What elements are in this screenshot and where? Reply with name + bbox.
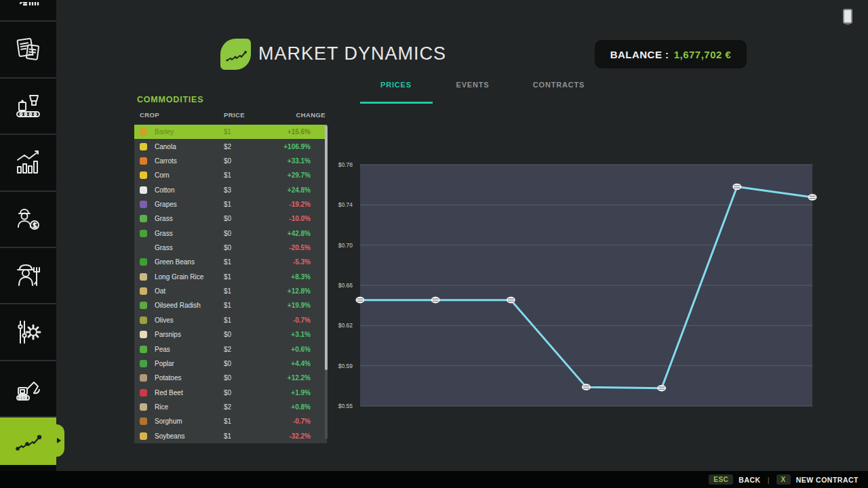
sidebar-item-documents[interactable]	[0, 20, 56, 77]
commodity-row[interactable]: Corn$1+29.7%	[134, 168, 327, 182]
commodity-change: -0.7%	[293, 317, 311, 324]
y-axis-tick-label: $0.70	[338, 242, 353, 249]
commodity-change: +8.3%	[291, 273, 311, 281]
market-dynamics-screen: MARKET DYNAMICS BALANCE : 1,677,702 € PR…	[0, 0, 868, 488]
poplar-icon	[140, 360, 147, 367]
market-dynamics-icon	[13, 428, 44, 455]
commodity-row[interactable]: Carrots$0+33.1%	[134, 154, 327, 168]
price-point-marker	[657, 385, 666, 392]
commodity-change: +12.8%	[288, 287, 311, 295]
commodity-name: Parsnips	[155, 331, 291, 338]
commodity-price: $1	[224, 418, 231, 425]
commodity-row[interactable]: Rice$2+0.8%	[134, 400, 327, 414]
commodity-row[interactable]: Parsnips$0+3.1%	[134, 327, 327, 342]
sidebar-item-construction[interactable]	[0, 360, 56, 416]
farmer-money-icon	[14, 205, 43, 235]
carrots-icon	[140, 157, 147, 165]
sidebar-item-finances[interactable]	[0, 0, 56, 20]
sidebar-item-market-dynamics[interactable]	[0, 416, 56, 465]
soybeans-icon	[140, 432, 147, 440]
cotton-icon	[140, 186, 147, 194]
commodity-row[interactable]: Long Grain Rice$1+8.3%	[134, 270, 327, 284]
tab-events[interactable]: EVENTS	[456, 81, 490, 89]
footer-bar: ESC BACK | X NEW CONTRACT	[0, 471, 868, 488]
corn-icon	[140, 171, 147, 179]
commodity-row[interactable]: Grass$0+42.8%	[134, 226, 327, 241]
commodity-price: $1	[224, 258, 231, 266]
commodity-row[interactable]: Grapes$1-19.2%	[134, 197, 327, 211]
commodity-price: $2	[224, 143, 231, 150]
esc-key-badge: ESC	[709, 474, 733, 485]
commodity-row[interactable]: Green Beans$1-5.3%	[134, 255, 327, 269]
commodity-price: $2	[224, 403, 231, 411]
sidebar-item-statistics[interactable]	[0, 134, 56, 190]
commodity-row[interactable]: Poplar$0+4.4%	[134, 357, 327, 371]
canola-icon	[140, 143, 147, 150]
commodity-change: +42.8%	[288, 230, 311, 237]
commodity-change: +0.6%	[291, 346, 311, 353]
excavator-icon	[14, 374, 43, 404]
commodity-row[interactable]: Red Beet$0+1.9%	[134, 385, 327, 399]
commodity-row[interactable]: Barley$1+15.6%	[134, 125, 327, 139]
commodity-change: -0.7%	[293, 418, 311, 425]
commodity-row[interactable]: Cotton$3+24.8%	[134, 182, 327, 197]
commodity-row[interactable]: Potatoes$0+12.2%	[134, 371, 327, 385]
commodity-name: Cotton	[155, 186, 288, 194]
sidebar-item-farmhands[interactable]	[0, 247, 56, 303]
commodity-row[interactable]: Grass$0-10.0%	[134, 211, 327, 226]
commodity-row[interactable]: Canola$2+106.9%	[134, 139, 327, 153]
sidebar-item-sales[interactable]	[0, 190, 56, 247]
trend-logo-icon	[224, 44, 248, 64]
commodity-change: +3.1%	[291, 331, 311, 338]
price-point-marker	[507, 297, 515, 304]
commodity-row[interactable]: Olives$1-0.7%	[134, 313, 327, 327]
tab-prices[interactable]: PRICES	[380, 81, 412, 89]
commodity-price: $1	[224, 287, 231, 295]
column-header-change: CHANGE	[296, 111, 326, 119]
y-axis-tick-label: $0.78	[338, 161, 353, 168]
balance-value: 1,677,702 €	[674, 49, 732, 60]
commodity-change: -10.0%	[289, 215, 311, 222]
commodity-row[interactable]: Sorghum$1-0.7%	[134, 414, 327, 428]
new-contract-label: NEW CONTRACT	[796, 476, 859, 484]
price-point-marker	[431, 297, 440, 304]
new-contract-hint[interactable]: X NEW CONTRACT	[776, 474, 859, 485]
commodity-row[interactable]: Oilseed Radish$1+19.9%	[134, 298, 327, 312]
back-hint[interactable]: ESC BACK	[709, 474, 760, 485]
commodity-name: Potatoes	[155, 374, 288, 382]
page-title: MARKET DYNAMICS	[258, 43, 446, 64]
sidebar-item-settings[interactable]	[0, 303, 56, 360]
commodity-change: +0.8%	[291, 403, 311, 411]
commodities-section-title: COMMODITIES	[137, 95, 203, 104]
active-tab-underline	[360, 102, 433, 104]
commodity-row[interactable]: Soybeans$1-32.2%	[134, 429, 327, 443]
commodity-price: $0	[224, 360, 231, 367]
rice-icon	[140, 273, 147, 281]
commodity-price: $0	[224, 374, 231, 382]
commodity-row[interactable]: Grass$0-20.5%	[134, 241, 327, 255]
x-key-badge: X	[776, 474, 791, 485]
commodity-change: -32.2%	[289, 432, 311, 440]
sidebar-item-production[interactable]	[0, 77, 56, 134]
commodity-row[interactable]: Peas$2+0.6%	[134, 342, 327, 356]
commodity-change: -20.5%	[289, 244, 311, 251]
y-axis-tick-label: $0.62	[338, 322, 353, 329]
grapes-icon	[140, 201, 147, 208]
commodity-change: +106.9%	[283, 143, 311, 150]
commodity-change: +24.8%	[288, 186, 311, 194]
balance-pill: BALANCE : 1,677,702 €	[595, 40, 747, 68]
back-label: BACK	[738, 476, 760, 484]
tab-contracts[interactable]: CONTRACTS	[533, 81, 585, 89]
price-point-marker	[582, 384, 591, 390]
commodity-change: +33.1%	[288, 157, 311, 165]
hint-divider: |	[768, 476, 770, 484]
commodity-price: $1	[224, 432, 231, 440]
commodity-name: Corn	[155, 171, 288, 179]
price-history-chart: $0.78$0.74$0.70$0.66$0.62$0.59$0.55	[326, 156, 821, 411]
commodity-price: $1	[224, 273, 231, 281]
commodity-name: Grass	[155, 215, 289, 222]
commodity-price: $0	[224, 389, 231, 396]
phone-status-icon	[843, 9, 852, 24]
commodity-row[interactable]: Oat$1+12.8%	[134, 284, 327, 298]
commodity-name: Peas	[155, 346, 291, 353]
